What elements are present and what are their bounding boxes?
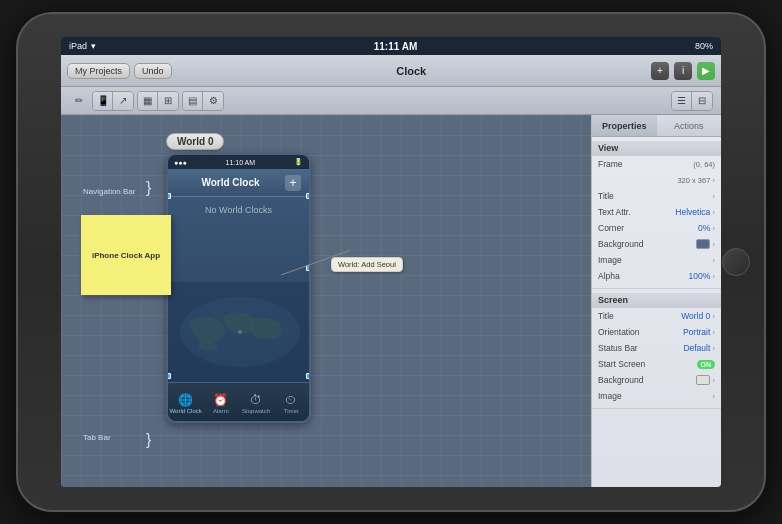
screen-image-label: Image (598, 391, 710, 401)
my-projects-button[interactable]: My Projects (67, 63, 130, 79)
ipad-shell: iPad ▾ 11:11 AM 80% My Projects Undo Clo… (16, 12, 766, 512)
stopwatch-tab-label: Stopwatch (242, 408, 270, 414)
nav-bar-brace: } (146, 179, 151, 197)
play-button[interactable]: ▶ (697, 62, 715, 80)
alpha-row[interactable]: Alpha 100% › (592, 268, 721, 284)
iphone-nav-title: World Clock (201, 177, 259, 188)
world-clock-tab-icon: 🌐 (178, 393, 193, 407)
callout-bubble: World: Add Seoul (331, 257, 403, 272)
timer-tab-icon: ⏲ (285, 393, 297, 407)
layers-icon[interactable]: ▤ (183, 92, 203, 110)
alpha-chevron: › (712, 272, 715, 281)
panel-tabs: Properties Actions (592, 115, 721, 137)
iphone-mockup: ●●● 11:10 AM 🔋 World Clock + No World Cl… (166, 153, 311, 423)
canvas-area[interactable]: World 0 ●●● 11:10 AM 🔋 World Clock + No (61, 115, 591, 487)
corner-row[interactable]: Corner 0% › (592, 220, 721, 236)
iphone-add-button[interactable]: + (285, 175, 301, 191)
tab-bar-brace: } (146, 431, 151, 449)
frame-label: Frame (598, 159, 693, 169)
toolbar-right: + i ▶ (651, 62, 715, 80)
app-title: Clock (172, 65, 651, 77)
title-chevron: › (712, 192, 715, 201)
orientation-chevron: › (712, 328, 715, 337)
pencil-icon[interactable]: ✏ (69, 92, 89, 110)
iphone-tab-stopwatch[interactable]: ⏱ Stopwatch (239, 393, 274, 414)
start-screen-row: Start Screen ON (592, 356, 721, 372)
iphone-no-clocks-text: No World Clocks (168, 197, 309, 223)
view-section-title: View (592, 141, 721, 156)
image-row[interactable]: Image › (592, 252, 721, 268)
iphone-tab-world-clock[interactable]: 🌐 World Clock (168, 393, 203, 414)
device-selector: 📱 ↗ (92, 91, 134, 111)
status-bar-time: 11:11 AM (374, 41, 418, 52)
list-group: ☰ ⊟ (671, 91, 713, 111)
selection-handle-mr[interactable] (306, 265, 311, 271)
properties-tab[interactable]: Properties (592, 115, 657, 136)
info-button[interactable]: i (674, 62, 692, 80)
background-chevron: › (712, 240, 715, 249)
status-bar-row[interactable]: Status Bar Default › (592, 340, 721, 356)
iphone-signal: ●●● (174, 159, 187, 166)
layout-group: ▦ ⊞ (137, 91, 179, 111)
list2-icon[interactable]: ⊟ (692, 92, 712, 110)
status-bar-left: iPad ▾ (69, 41, 96, 51)
orientation-label: Orientation (598, 327, 683, 337)
cursor-icon[interactable]: ↗ (113, 92, 133, 110)
screen-title-row[interactable]: Title World 0 › (592, 308, 721, 324)
undo-button[interactable]: Undo (134, 63, 172, 79)
background-row[interactable]: Background › (592, 236, 721, 252)
screen-background-color (696, 375, 710, 385)
screen-background-row[interactable]: Background › (592, 372, 721, 388)
add-button[interactable]: + (651, 62, 669, 80)
frame-row: Frame (0, 64) (592, 156, 721, 172)
screen-image-row[interactable]: Image › (592, 388, 721, 404)
iphone-tab-timer[interactable]: ⏲ Timer (274, 393, 309, 414)
status-bar: iPad ▾ 11:11 AM 80% (61, 37, 721, 55)
start-screen-toggle[interactable]: ON (697, 360, 716, 369)
grid-icon[interactable]: ▦ (138, 92, 158, 110)
screen-section-title: Screen (592, 293, 721, 308)
frame-size-row: 320 x 367 › (592, 172, 721, 188)
selection-handle-bl[interactable] (166, 373, 171, 379)
selection-handle-tl[interactable] (166, 193, 171, 199)
timer-tab-label: Timer (284, 408, 299, 414)
selection-handle-br[interactable] (306, 373, 311, 379)
ipad-screen: iPad ▾ 11:11 AM 80% My Projects Undo Clo… (61, 37, 721, 487)
alpha-value: 100% (689, 271, 711, 281)
text-attr-row[interactable]: Text Attr. Helvetica › (592, 204, 721, 220)
iphone-map (168, 282, 309, 382)
alarm-tab-icon: ⏰ (213, 393, 228, 407)
alarm-tab-label: Alarm (213, 408, 229, 414)
text-attr-value: Helvetica (675, 207, 710, 217)
app-toolbar: My Projects Undo Clock + i ▶ (61, 55, 721, 87)
grid2-icon[interactable]: ⊞ (158, 92, 178, 110)
wifi-icon: ▾ (91, 41, 96, 51)
status-bar-right: 80% (695, 41, 713, 51)
main-content: World 0 ●●● 11:10 AM 🔋 World Clock + No (61, 115, 721, 487)
home-button[interactable] (722, 248, 750, 276)
world-clock-tab-label: World Clock (170, 408, 202, 414)
image-chevron: › (712, 256, 715, 265)
screen-background-chevron: › (712, 376, 715, 385)
list-icon[interactable]: ☰ (672, 92, 692, 110)
stopwatch-tab-icon: ⏱ (250, 393, 262, 407)
settings-icon[interactable]: ⚙ (203, 92, 223, 110)
start-screen-label: Start Screen (598, 359, 697, 369)
selection-handle-tr[interactable] (306, 193, 311, 199)
tab-bar-label: Tab Bar (83, 433, 111, 442)
corner-chevron: › (712, 224, 715, 233)
frame-chevron: › (712, 176, 715, 185)
sticky-note: iPhone Clock App (81, 215, 171, 295)
screen-title-value: World 0 (681, 311, 710, 321)
background-color-box (696, 239, 710, 249)
title-row: Title › (592, 188, 721, 204)
actions-tab[interactable]: Actions (657, 115, 722, 136)
right-panel: Properties Actions View Frame (0, 64) (591, 115, 721, 487)
align-group: ▤ ⚙ (182, 91, 224, 111)
iphone-status-bar: ●●● 11:10 AM 🔋 (168, 155, 309, 169)
iphone-tab-bar: 🌐 World Clock ⏰ Alarm ⏱ Stopwatch ⏲ (168, 382, 309, 423)
iphone-tab-alarm[interactable]: ⏰ Alarm (203, 393, 238, 414)
screen-section: Screen Title World 0 › Orientation Portr… (592, 289, 721, 409)
phone-icon[interactable]: 📱 (93, 92, 113, 110)
orientation-row[interactable]: Orientation Portrait › (592, 324, 721, 340)
